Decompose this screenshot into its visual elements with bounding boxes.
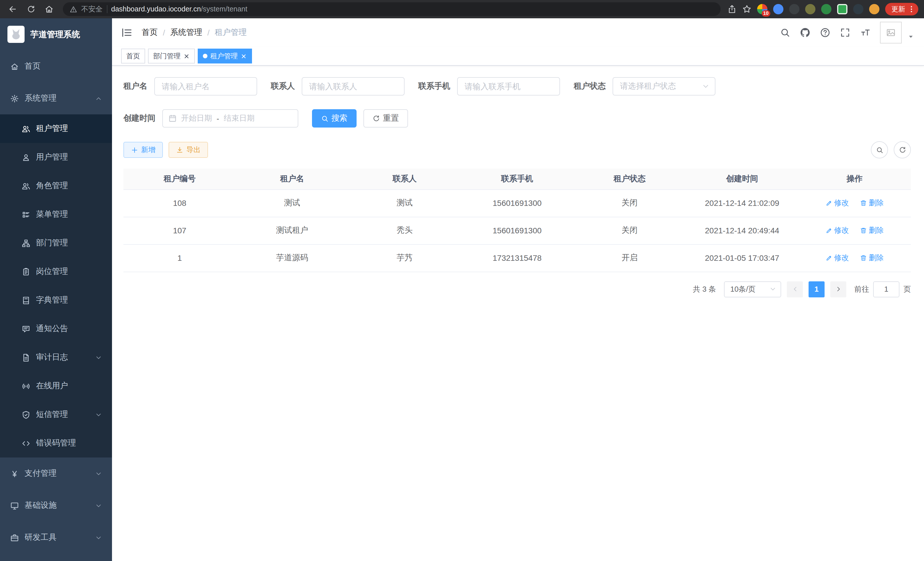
sidebar-item-post[interactable]: 岗位管理 <box>0 257 112 286</box>
extension-icon[interactable] <box>805 4 815 14</box>
pagination: 共 3 条 10条/页 1 前往 页 <box>123 281 911 297</box>
url-path: /system/tenant <box>201 5 248 13</box>
sidebar-item-online[interactable]: 在线用户 <box>0 372 112 400</box>
close-icon[interactable] <box>241 53 247 59</box>
chevron-up-icon <box>95 95 102 102</box>
sidebar-item-home[interactable]: 首页 <box>0 50 112 82</box>
help-icon[interactable] <box>820 27 830 38</box>
edit-button[interactable]: 修改 <box>825 225 849 236</box>
browser-back-button[interactable] <box>6 2 20 16</box>
cell-operations: 修改 删除 <box>798 217 911 244</box>
refresh-table-button[interactable] <box>894 141 911 158</box>
avatar[interactable] <box>880 22 902 44</box>
tab-dept[interactable]: 部门管理 <box>148 49 195 63</box>
sidebar-item-sms[interactable]: 短信管理 <box>0 400 112 429</box>
edit-button[interactable]: 修改 <box>825 198 849 208</box>
export-button[interactable]: 导出 <box>169 142 208 158</box>
message-bubble-icon <box>22 325 30 333</box>
sidebar-item-label: 系统管理 <box>25 93 57 104</box>
breadcrumb-item[interactable]: 首页 <box>142 27 158 38</box>
refresh-icon <box>898 146 906 153</box>
sidebar-item-infra[interactable]: 基础设施 <box>0 490 112 522</box>
reset-button[interactable]: 重置 <box>363 109 408 128</box>
status-select[interactable]: 请选择租户状态 <box>613 77 716 96</box>
sidebar-collapse-icon[interactable] <box>121 27 133 38</box>
tab-label: 部门管理 <box>153 51 181 61</box>
search-button[interactable]: 搜索 <box>312 109 357 128</box>
delete-label: 删除 <box>869 198 884 208</box>
date-range-picker[interactable]: 开始日期 - 结束日期 <box>162 109 298 128</box>
sidebar-item-user[interactable]: 用户管理 <box>0 143 112 171</box>
sidebar-item-menu[interactable]: 菜单管理 <box>0 200 112 229</box>
url-text: dashboard.yudao.iocoder.cn/system/tenant <box>111 5 248 13</box>
page-number-button[interactable]: 1 <box>808 281 825 297</box>
user-icon <box>22 153 30 162</box>
bookmark-star-icon[interactable] <box>742 5 752 14</box>
search-icon[interactable] <box>780 27 790 38</box>
chevron-down-icon <box>770 286 776 292</box>
phone-input[interactable] <box>457 77 560 96</box>
browser-menu-icon[interactable] <box>908 5 915 13</box>
browser-chrome: 不安全 dashboard.yudao.iocoder.cn/system/te… <box>0 0 924 18</box>
logo[interactable]: 芋道管理系统 <box>0 18 112 50</box>
delete-button[interactable]: 删除 <box>860 198 884 208</box>
sidebar-item-pay[interactable]: 支付管理 <box>0 457 112 490</box>
add-button[interactable]: 新增 <box>123 142 163 158</box>
extension-icon[interactable] <box>821 4 831 14</box>
address-bar[interactable]: 不安全 dashboard.yudao.iocoder.cn/system/te… <box>63 2 721 16</box>
search-icon <box>321 115 328 122</box>
download-icon <box>176 146 183 153</box>
browser-reload-button[interactable] <box>24 2 38 16</box>
sidebar-item-notice[interactable]: 通知公告 <box>0 314 112 343</box>
browser-home-button[interactable] <box>42 2 56 16</box>
extension-icon[interactable] <box>853 4 863 14</box>
gear-icon <box>10 94 19 103</box>
extension-icon[interactable] <box>773 4 783 14</box>
page-size-select[interactable]: 10条/页 <box>724 281 781 297</box>
close-icon[interactable] <box>183 53 190 59</box>
fullscreen-icon[interactable] <box>840 27 850 38</box>
pencil-icon <box>825 200 832 206</box>
extension-icon[interactable]: 10 <box>757 4 767 14</box>
sidebar-item-system[interactable]: 系统管理 <box>0 82 112 114</box>
tab-tenant[interactable]: 租户管理 <box>198 49 252 63</box>
sidebar-submenu-system: 租户管理 用户管理 角色管理 菜单管理 部门管理 <box>0 114 112 457</box>
app-title: 芋道管理系统 <box>30 29 80 40</box>
font-size-icon[interactable] <box>860 27 870 38</box>
goto-page-input[interactable] <box>873 281 899 297</box>
extension-icon[interactable] <box>837 4 848 14</box>
delete-button[interactable]: 删除 <box>860 225 884 236</box>
breadcrumb-separator: / <box>163 28 165 37</box>
toggle-search-button[interactable] <box>871 141 888 158</box>
sidebar-item-auditlog[interactable]: 审计日志 <box>0 343 112 372</box>
extension-icon[interactable] <box>869 4 879 14</box>
prev-page-button[interactable] <box>787 281 803 297</box>
field-label: 联系人 <box>271 81 295 92</box>
tab-label: 租户管理 <box>210 51 238 61</box>
caret-down-icon[interactable] <box>908 34 914 39</box>
extension-icon[interactable] <box>789 4 800 14</box>
edit-button[interactable]: 修改 <box>825 253 849 263</box>
share-icon[interactable] <box>728 5 736 14</box>
tab-home[interactable]: 首页 <box>121 49 145 63</box>
cell-phone: 15601691300 <box>461 189 573 217</box>
active-dot <box>203 54 207 58</box>
sidebar-item-role[interactable]: 角色管理 <box>0 171 112 200</box>
github-icon[interactable] <box>800 27 810 38</box>
next-page-button[interactable] <box>830 281 846 297</box>
sidebar-item-dict[interactable]: 字典管理 <box>0 286 112 314</box>
cell-tenant-id: 108 <box>123 189 236 217</box>
sidebar-item-dept[interactable]: 部门管理 <box>0 229 112 257</box>
delete-button[interactable]: 删除 <box>860 253 884 263</box>
filter-create-time: 创建时间 开始日期 - 结束日期 <box>123 109 298 128</box>
calendar-icon <box>169 114 177 122</box>
contact-input[interactable] <box>302 77 405 96</box>
sidebar-item-errorcode[interactable]: 错误码管理 <box>0 429 112 457</box>
sidebar-item-tenant[interactable]: 租户管理 <box>0 114 112 143</box>
sidebar-item-devtools[interactable]: 研发工具 <box>0 522 112 553</box>
tenant-name-input[interactable] <box>154 77 257 96</box>
browser-update-button[interactable]: 更新 <box>885 3 918 15</box>
breadcrumb-item[interactable]: 系统管理 <box>170 27 202 38</box>
sidebar-item-label: 审计日志 <box>36 352 68 362</box>
table-toolbar: 新增 导出 <box>123 141 911 158</box>
